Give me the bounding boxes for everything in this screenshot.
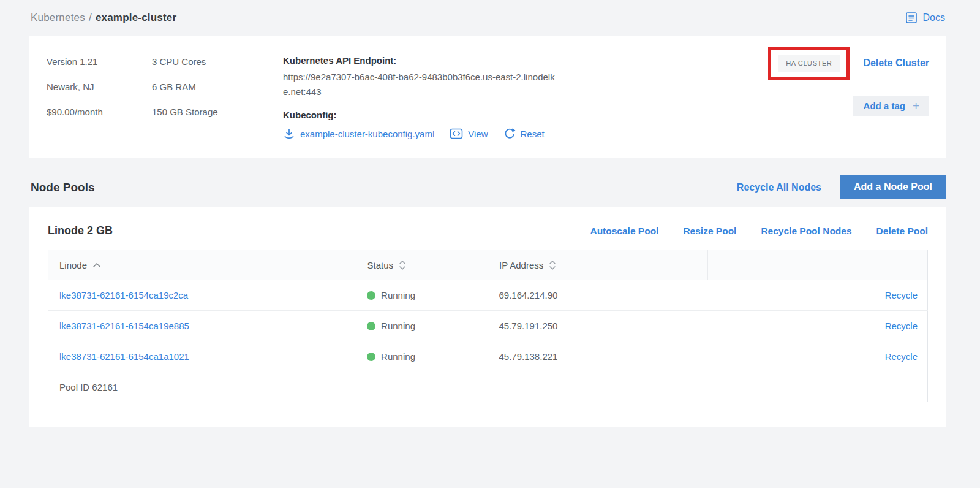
- node-pools-header: Node Pools Recycle All Nodes Add a Node …: [29, 175, 946, 199]
- node-pools-actions: Recycle All Nodes Add a Node Pool: [737, 175, 946, 199]
- badge-and-delete-row: HA CLUSTER Delete Cluster: [768, 47, 929, 80]
- status-label: Running: [381, 321, 415, 331]
- column-header-status[interactable]: Status: [356, 250, 488, 280]
- annotation-red-box: HA CLUSTER: [768, 47, 850, 80]
- breadcrumb-cluster-name: example-cluster: [96, 12, 176, 23]
- node-status: Running: [367, 311, 488, 341]
- node-ip-address: 45.79.191.250: [488, 311, 707, 341]
- summary-right-column: HA CLUSTER Delete Cluster Add a tag +: [768, 55, 929, 141]
- kubeconfig-file-name: example-cluster-kubeconfig.yaml: [300, 129, 434, 139]
- node-ip-address: 45.79.138.221: [488, 341, 707, 372]
- plus-icon: +: [913, 102, 919, 110]
- docs-link[interactable]: Docs: [905, 11, 945, 25]
- code-view-icon: [450, 128, 463, 139]
- reset-label: Reset: [521, 129, 545, 139]
- status-label: Running: [381, 351, 415, 362]
- nodes-table: Linode Status: [48, 250, 928, 402]
- sort-both-icon: [399, 260, 406, 270]
- autoscale-pool-button[interactable]: Autoscale Pool: [590, 226, 658, 237]
- cluster-specs-column-2: 3 CPU Cores 6 GB RAM 150 GB Storage: [152, 55, 283, 141]
- breadcrumb-kubernetes[interactable]: Kubernetes: [31, 12, 85, 23]
- kubeconfig-download-link[interactable]: example-cluster-kubeconfig.yaml: [283, 128, 434, 140]
- pool-id-row: Pool ID 62161: [48, 372, 928, 402]
- node-link[interactable]: lke38731-62161-6154ca1a1021: [59, 351, 189, 362]
- view-label: View: [468, 129, 488, 139]
- divider: [496, 126, 496, 141]
- node-link[interactable]: lke38731-62161-6154ca19c2ca: [59, 290, 188, 300]
- node-row: lke38731-62161-6154ca19e885 Running 45.7…: [48, 311, 928, 341]
- breadcrumb-separator: /: [89, 12, 92, 23]
- cluster-specs-column-1: Version 1.21 Newark, NJ $90.00/month: [47, 55, 152, 141]
- docs-label: Docs: [923, 12, 945, 23]
- recycle-node-button[interactable]: Recycle: [885, 290, 918, 300]
- column-header-actions: [707, 250, 927, 280]
- kubeconfig-reset-link[interactable]: Reset: [503, 128, 545, 140]
- sort-both-icon: [549, 260, 556, 270]
- kubeconfig-actions-row: example-cluster-kubeconfig.yaml View: [283, 126, 571, 141]
- status-label: Running: [381, 290, 415, 300]
- delete-pool-button[interactable]: Delete Pool: [876, 226, 928, 237]
- status-column-label: Status: [368, 260, 394, 270]
- cluster-summary-card: Version 1.21 Newark, NJ $90.00/month 3 C…: [29, 36, 946, 158]
- top-bar: Kubernetes/example-cluster Docs: [29, 0, 946, 36]
- table-header-row: Linode Status: [48, 250, 928, 280]
- delete-cluster-button[interactable]: Delete Cluster: [863, 58, 929, 69]
- column-header-linode[interactable]: Linode: [48, 250, 356, 280]
- recycle-node-button[interactable]: Recycle: [885, 351, 918, 362]
- kubeconfig-label: Kubeconfig:: [283, 110, 571, 120]
- status-running-icon: [367, 353, 375, 361]
- status-running-icon: [367, 322, 375, 330]
- node-status: Running: [367, 341, 488, 372]
- pool-action-links: Autoscale Pool Resize Pool Recycle Pool …: [590, 226, 928, 237]
- recycle-all-nodes-button[interactable]: Recycle All Nodes: [737, 182, 821, 193]
- cluster-region: Newark, NJ: [47, 80, 152, 94]
- cluster-cpu: 3 CPU Cores: [152, 55, 283, 69]
- node-status: Running: [367, 280, 488, 310]
- column-header-ip-address[interactable]: IP Address: [488, 250, 707, 280]
- kubernetes-cluster-page: Kubernetes/example-cluster Docs Version …: [0, 0, 980, 427]
- breadcrumb: Kubernetes/example-cluster: [31, 12, 176, 24]
- cluster-ram: 6 GB RAM: [152, 80, 283, 94]
- node-pools-title: Node Pools: [29, 181, 95, 194]
- pool-id-label: Pool ID 62161: [48, 372, 928, 402]
- kubeconfig-view-link[interactable]: View: [450, 128, 488, 139]
- divider: [442, 126, 442, 141]
- linode-column-label: Linode: [59, 260, 87, 270]
- node-link[interactable]: lke38731-62161-6154ca19e885: [59, 321, 189, 331]
- cluster-storage: 150 GB Storage: [152, 105, 283, 119]
- resize-pool-button[interactable]: Resize Pool: [683, 226, 736, 237]
- ip-column-label: IP Address: [499, 260, 543, 270]
- api-endpoint-label: Kubernetes API Endpoint:: [283, 55, 571, 66]
- add-tag-button[interactable]: Add a tag +: [853, 96, 929, 116]
- node-pool-card: Linode 2 GB Autoscale Pool Resize Pool R…: [29, 207, 946, 427]
- ha-cluster-badge: HA CLUSTER: [778, 55, 840, 72]
- add-node-pool-button[interactable]: Add a Node Pool: [840, 175, 946, 199]
- node-row: lke38731-62161-6154ca19c2ca Running 69.1…: [48, 280, 928, 311]
- cluster-price: $90.00/month: [47, 105, 152, 119]
- download-icon: [283, 128, 295, 140]
- recycle-pool-nodes-button[interactable]: Recycle Pool Nodes: [761, 226, 851, 237]
- cluster-version: Version 1.21: [47, 55, 152, 69]
- reset-icon: [503, 128, 516, 140]
- node-ip-address: 69.164.214.90: [488, 280, 707, 311]
- pool-plan-name: Linode 2 GB: [48, 224, 113, 237]
- pool-card-header: Linode 2 GB Autoscale Pool Resize Pool R…: [48, 224, 928, 237]
- endpoint-column: Kubernetes API Endpoint: https://9e2a730…: [283, 55, 571, 141]
- status-running-icon: [367, 291, 375, 300]
- sort-ascending-icon: [92, 262, 101, 268]
- node-row: lke38731-62161-6154ca1a1021 Running 45.7…: [48, 341, 928, 372]
- docs-icon: [905, 11, 918, 25]
- api-endpoint-url: https://9e2a7307-b6ac-408f-ba62-9483b0b3…: [283, 70, 559, 99]
- add-tag-label: Add a tag: [864, 101, 905, 111]
- recycle-node-button[interactable]: Recycle: [885, 321, 918, 331]
